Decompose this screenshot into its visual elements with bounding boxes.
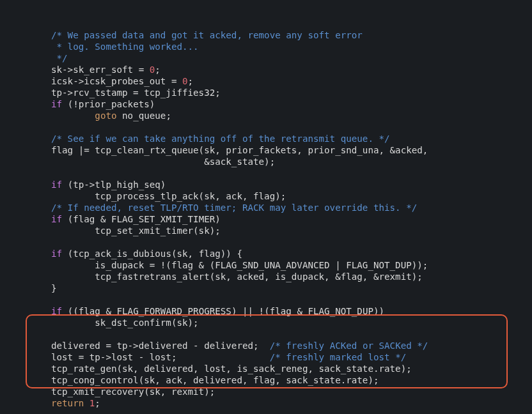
code-line: lost = tp->lost - lost; /* freshly marke… (0, 351, 532, 363)
code-token: &sack_state); (51, 157, 275, 167)
code-line: tcp_cong_control(sk, ack, delivered, fla… (0, 374, 532, 386)
code-line: if (tcp_ack_is_dubious(sk, flag)) { (0, 248, 532, 259)
code-token-goto: goto (95, 111, 116, 121)
code-token: tcp_cong_control(sk, ack, delivered, fla… (51, 375, 379, 385)
code-token-comment: * log. Something worked... (51, 42, 199, 52)
code-token: (flag & FLAG_SET_XMIT_TIMER) (62, 214, 221, 224)
code-token: sk_dst_confirm(sk); (51, 318, 199, 328)
code-token-comment: /* We passed data and got it acked, remo… (51, 30, 363, 40)
code-token-comment: */ (51, 53, 68, 63)
code-token-number: 0 (182, 76, 188, 86)
code-line (0, 328, 532, 340)
code-line: sk_dst_confirm(sk); (0, 317, 532, 328)
code-line: /* See if we can take anything off of th… (0, 133, 532, 144)
code-token: (tcp_ack_is_dubious(sk, flag)) { (62, 249, 242, 259)
code-token-keyword: if (51, 214, 62, 224)
code-line: is_dupack = !(flag & (FLAG_SND_UNA_ADVAN… (0, 259, 532, 271)
code-line: &sack_state); (0, 156, 532, 167)
code-token: ((flag & FLAG_FORWARD_PROGRESS) || !(fla… (62, 306, 384, 316)
code-token-comment: /* freshly marked lost */ (270, 352, 407, 362)
code-line: */ (0, 52, 532, 64)
code-token-keyword: if (51, 99, 62, 109)
code-line (0, 121, 532, 133)
code-token: delivered = tp->delivered - delivered; (51, 341, 270, 351)
code-token: tcp_fastretrans_alert(sk, acked, is_dupa… (51, 272, 423, 282)
code-token: sk->sk_err_soft = (51, 65, 150, 75)
code-token (84, 398, 90, 408)
code-token: (tp->tlp_high_seq) (62, 180, 166, 190)
code-token: flag |= tcp_clean_rtx_queue(sk, prior_fa… (51, 145, 428, 155)
code-line: tcp_fastretrans_alert(sk, acked, is_dupa… (0, 271, 532, 282)
code-token: ; (188, 76, 194, 86)
code-line: tcp_xmit_recovery(sk, rexmit); (0, 386, 532, 397)
code-line: sk->sk_err_soft = 0; (0, 64, 532, 75)
code-line: if (!prior_packets) (0, 98, 532, 110)
code-token: icsk->icsk_probes_out = (51, 76, 182, 86)
code-token-comment: /* See if we can take anything off of th… (51, 134, 390, 144)
code-line: /* We passed data and got it acked, remo… (0, 29, 532, 41)
code-line: /* If needed, reset TLP/RTO timer; RACK … (0, 202, 532, 213)
code-block: /* We passed data and got it acked, remo… (0, 0, 532, 414)
code-token-keyword: if (51, 180, 62, 190)
code-token-keyword: if (51, 249, 62, 259)
code-token: is_dupack = !(flag & (FLAG_SND_UNA_ADVAN… (51, 260, 428, 270)
code-line: } (0, 282, 532, 294)
code-token-comment: /* freshly ACKed or SACKed */ (270, 341, 428, 351)
code-line: flag |= tcp_clean_rtx_queue(sk, prior_fa… (0, 144, 532, 156)
code-token: lost = tp->lost - lost; (51, 352, 270, 362)
code-line (0, 294, 532, 305)
code-line: delivered = tp->delivered - delivered; /… (0, 340, 532, 351)
code-token: } (51, 283, 57, 293)
code-line: icsk->icsk_probes_out = 0; (0, 75, 532, 87)
code-line: return 1; (0, 397, 532, 409)
code-token: ; (95, 398, 100, 408)
code-line: tcp_process_tlp_ack(sk, ack, flag); (0, 190, 532, 202)
code-token-number: 0 (150, 65, 155, 75)
code-line: if (tp->tlp_high_seq) (0, 179, 532, 190)
code-line: * log. Something worked... (0, 41, 532, 52)
code-line (0, 167, 532, 179)
code-token (51, 111, 95, 121)
code-line: if ((flag & FLAG_FORWARD_PROGRESS) || !(… (0, 305, 532, 317)
code-token: tcp_rate_gen(sk, delivered, lost, is_sac… (51, 364, 412, 374)
code-token-keyword: if (51, 306, 62, 316)
code-token: tcp_process_tlp_ack(sk, ack, flag); (51, 191, 286, 201)
code-line: tcp_rate_gen(sk, delivered, lost, is_sac… (0, 363, 532, 374)
code-token: tcp_set_xmit_timer(sk); (51, 226, 221, 236)
code-line: tp->rcv_tstamp = tcp_jiffies32; (0, 87, 532, 98)
code-token: tcp_xmit_recovery(sk, rexmit); (51, 387, 215, 397)
code-token: tp->rcv_tstamp = tcp_jiffies32; (51, 88, 221, 98)
code-token: no_queue; (117, 111, 171, 121)
code-line: tcp_set_xmit_timer(sk); (0, 225, 532, 236)
code-token-return: return (51, 398, 84, 408)
code-token: (!prior_packets) (62, 99, 155, 109)
code-line: if (flag & FLAG_SET_XMIT_TIMER) (0, 213, 532, 225)
code-line (0, 236, 532, 248)
code-line: goto no_queue; (0, 110, 532, 121)
code-token-comment: /* If needed, reset TLP/RTO timer; RACK … (51, 203, 417, 213)
code-token: ; (155, 65, 160, 75)
